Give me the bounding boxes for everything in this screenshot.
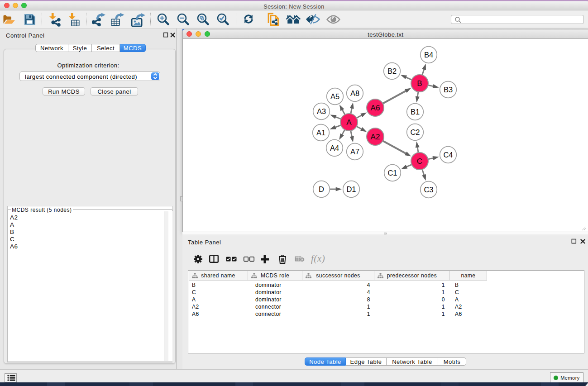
svg-text:C1: C1	[387, 169, 397, 177]
svg-text:A2: A2	[371, 133, 380, 141]
svg-text:C2: C2	[410, 128, 420, 136]
svg-text:A7: A7	[350, 148, 359, 156]
svg-text:C: C	[417, 157, 422, 166]
svg-text:B2: B2	[387, 67, 397, 75]
svg-text:A3: A3	[317, 107, 326, 115]
svg-text:A5: A5	[330, 92, 339, 100]
svg-text:D1: D1	[346, 185, 356, 193]
svg-text:A1: A1	[316, 129, 325, 137]
svg-text:B4: B4	[424, 51, 433, 59]
svg-text:A: A	[346, 118, 352, 127]
svg-text:B: B	[417, 79, 422, 88]
svg-text:C3: C3	[424, 186, 433, 194]
svg-text:A8: A8	[350, 89, 359, 97]
svg-text:B3: B3	[444, 86, 453, 94]
svg-text:A6: A6	[371, 104, 380, 112]
svg-text:A4: A4	[330, 144, 339, 152]
svg-text:D: D	[319, 185, 324, 193]
svg-text:B1: B1	[411, 108, 420, 116]
svg-text:C4: C4	[443, 151, 453, 159]
